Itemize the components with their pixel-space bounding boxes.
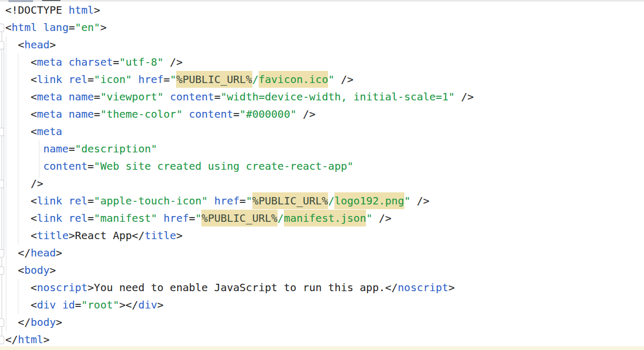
code-token-tag: div (37, 298, 56, 311)
code-line-2[interactable]: <html lang="en"> (0, 19, 644, 36)
code-line-3[interactable]: <head> (0, 36, 644, 54)
code-token-attr: id (62, 298, 75, 311)
code-line-5[interactable]: <link rel="icon" href="%PUBLIC_URL%/favi… (0, 71, 644, 88)
code-token-text (5, 125, 30, 138)
code-token-text (5, 56, 30, 68)
code-line-1[interactable]: <!DOCTYPE html> (0, 2, 644, 19)
code-line-7[interactable]: <meta name="theme-color" content="#00000… (0, 106, 644, 123)
code-token-tag: body (30, 316, 56, 328)
code-editor[interactable]: <!DOCTYPE html><html lang="en"> <head> <… (0, 0, 644, 350)
code-token-var: %PUBLIC_URL% (176, 71, 252, 88)
code-token-str: / (328, 194, 334, 207)
code-token-str: / (252, 73, 259, 86)
code-token-pun: > (94, 4, 100, 16)
code-token-str: " (366, 212, 372, 224)
code-line-14[interactable]: <title>React App</title> (0, 227, 644, 244)
code-token-text: React App (75, 229, 131, 242)
code-token-tag: link (37, 212, 62, 224)
code-line-18[interactable]: <div id="root"></div> (0, 296, 644, 314)
code-token-attr: content (170, 90, 214, 103)
code-line-16[interactable]: <body> (0, 262, 644, 279)
code-token-str: " (328, 73, 334, 86)
code-token-text (5, 142, 43, 155)
code-token-text (208, 194, 214, 207)
code-line-19[interactable]: </body> (0, 314, 644, 331)
code-token-tag: title (145, 229, 176, 242)
code-token-attr: lang (43, 21, 68, 34)
code-token-pun: < (5, 21, 12, 34)
code-token-pun: </ (18, 316, 30, 328)
code-token-pun: = (94, 90, 100, 103)
code-token-pun: </ (132, 229, 145, 242)
code-token-pun: = (113, 56, 119, 68)
code-token-pun: </ (5, 333, 18, 346)
code-token-attr: href (163, 212, 189, 224)
code-token-str: " (404, 194, 411, 207)
code-line-10[interactable]: content="Web site created using create-r… (0, 158, 644, 175)
code-token-tag: noscript (37, 281, 87, 294)
code-line-9[interactable]: name="description" (0, 140, 644, 158)
code-token-pun: /> (297, 108, 315, 120)
code-token-attr: content (43, 160, 87, 172)
code-line-13[interactable]: <link rel="manifest" href="%PUBLIC_URL%/… (0, 210, 644, 227)
code-token-pun: = (240, 194, 246, 207)
code-token-pun: < (30, 229, 37, 242)
code-token-text (62, 212, 68, 224)
code-token-text (5, 73, 30, 86)
code-token-text (5, 246, 18, 259)
code-token-pun: < (18, 38, 24, 51)
code-token-text (163, 90, 170, 103)
code-token-pun: > (448, 281, 455, 294)
code-token-pun: > (49, 38, 56, 51)
code-line-11[interactable]: /> (0, 175, 644, 192)
code-token-text (56, 298, 62, 311)
code-token-pun: = (88, 194, 94, 207)
code-token-file: manifest.json (284, 210, 366, 227)
code-token-pun: /> (30, 177, 43, 190)
code-token-tag: html (68, 4, 94, 16)
code-token-pun: <!DOCTYPE (5, 4, 68, 16)
code-token-tag: div (138, 298, 157, 311)
code-line-15[interactable]: </head> (0, 244, 644, 262)
code-token-text (132, 73, 138, 86)
code-token-str: "viewport" (100, 90, 163, 103)
code-token-tag: link (37, 73, 62, 86)
code-token-str: "Web site created using create-react-app… (94, 160, 354, 172)
code-content[interactable]: <!DOCTYPE html><html lang="en"> <head> <… (0, 2, 644, 348)
code-token-str: "utf-8" (119, 56, 163, 68)
code-token-str: "en" (75, 21, 100, 34)
code-token-pun: = (94, 108, 100, 120)
code-token-text (5, 212, 30, 224)
code-token-pun: = (75, 298, 81, 311)
code-token-str: "apple-touch-icon" (94, 194, 208, 207)
code-token-str: "#000000" (240, 108, 297, 120)
code-token-pun: = (214, 90, 220, 103)
top-edge-dark-segment (42, 0, 60, 1)
code-line-17[interactable]: <noscript>You need to enable JavaScript … (0, 279, 644, 296)
code-token-text: You need to enable JavaScript to run thi… (94, 281, 385, 294)
code-token-tag: head (24, 38, 49, 51)
code-token-pun: < (30, 90, 37, 103)
code-token-pun: = (88, 212, 94, 224)
code-token-text (5, 281, 30, 294)
code-token-str: "description" (75, 142, 157, 155)
code-token-pun: > (100, 21, 107, 34)
code-token-pun: </ (18, 246, 30, 259)
code-line-8[interactable]: <meta (0, 123, 644, 140)
code-line-12[interactable]: <link rel="apple-touch-icon" href="%PUBL… (0, 192, 644, 210)
code-token-file: logo192.png (334, 192, 404, 209)
code-line-6[interactable]: <meta name="viewport" content="width=dev… (0, 88, 644, 106)
code-token-pun: = (163, 73, 170, 86)
code-token-pun: = (68, 142, 75, 155)
code-token-text (5, 194, 30, 207)
code-token-str: "icon" (94, 73, 132, 86)
code-token-text (157, 212, 163, 224)
code-token-pun: > (49, 264, 56, 276)
code-token-str: " (170, 73, 176, 86)
code-token-str: "width=device-width, initial-scale=1" (220, 90, 455, 103)
code-token-text (37, 21, 43, 34)
code-token-var: %PUBLIC_URL% (252, 192, 329, 209)
code-line-4[interactable]: <meta charset="utf-8" /> (0, 54, 644, 71)
code-token-attr: href (214, 194, 239, 207)
code-token-pun: > (119, 298, 126, 311)
